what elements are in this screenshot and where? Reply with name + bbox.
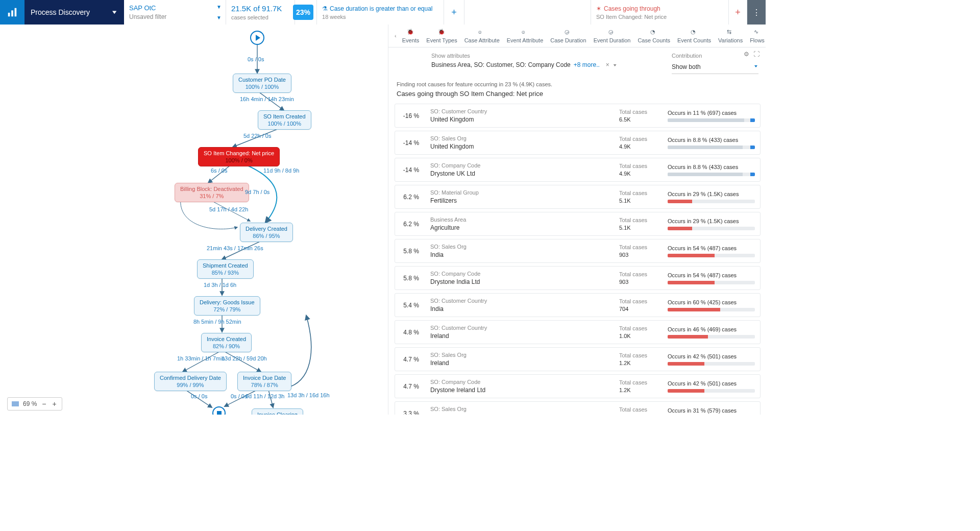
rc-pct: 4.8 %: [397, 329, 425, 336]
rc-total-value: 5.1K: [619, 198, 663, 204]
root-cause-row[interactable]: 4.7 %SO: Sales OrgIrelandTotal cases1.2K…: [395, 347, 761, 371]
edge-label: 5d 17h / 4d 22h: [209, 206, 248, 212]
node-invoice-clearing[interactable]: Invoice Clearing: [252, 408, 303, 415]
rc-total-value: 6.5K: [619, 116, 663, 123]
expand-icon[interactable]: ⛶: [753, 51, 760, 58]
rc-attr: SO: Customer Country: [430, 108, 614, 114]
settings-icon[interactable]: ⚙: [744, 51, 749, 58]
rc-occurrence: Occurs in 31 % (579) cases: [668, 407, 755, 414]
node-customer-po[interactable]: Customer PO Date100% / 100%: [233, 74, 291, 93]
rc-pct: 3.3 %: [397, 410, 425, 415]
root-cause-row[interactable]: 5.8 %SO: Company CodeDrystone India LtdT…: [395, 266, 761, 290]
rc-pct: 5.8 %: [397, 248, 425, 255]
edge-label: 5d 22h / 0s: [243, 133, 271, 139]
root-cause-row[interactable]: 4.7 %SO: Company CodeDrystone Ireland Lt…: [395, 374, 761, 398]
selection-chip[interactable]: ✶Cases going through SO Item Changed: Ne…: [591, 0, 729, 25]
rc-attr: SO: Sales Org: [430, 244, 614, 250]
tab-variations[interactable]: ⇆Variations: [715, 25, 746, 47]
rc-bar: [668, 254, 755, 257]
zoom-in-button[interactable]: +: [52, 400, 58, 408]
root-cause-row[interactable]: 5.8 %SO: Sales OrgIndiaTotal cases903Occ…: [395, 239, 761, 263]
case-attr-icon: ⌾: [478, 29, 485, 36]
rc-value: United Kingdom: [430, 116, 614, 123]
rc-value: Drystone Ireland Ltd: [430, 387, 614, 394]
contrib-selector[interactable]: Show both ▼: [672, 61, 758, 74]
node-shipment-created[interactable]: Shipment Created85% / 93%: [197, 259, 254, 279]
rc-total-value: 1.2K: [619, 387, 663, 393]
rc-bar: [668, 362, 755, 366]
rc-bar: [668, 173, 755, 176]
clear-attr-icon[interactable]: ×: [606, 61, 609, 68]
add-selection-button[interactable]: +: [729, 0, 747, 25]
rc-feature-name: Cases going through SO Item Changed: Net…: [397, 90, 757, 98]
rc-occurrence: Occurs in 60 % (425) cases: [668, 299, 755, 305]
rc-occurrence: Occurs in 29 % (1.5K) cases: [668, 218, 755, 224]
edge-label: 9d 11h / 12d 3h: [246, 393, 284, 399]
root-cause-row[interactable]: 4.8 %SO: Customer CountryIrelandTotal ca…: [395, 320, 761, 344]
rc-summary-line: Finding root causes for feature occurrin…: [397, 81, 757, 87]
attr-selector[interactable]: Business Area, SO: Customer, SO: Company…: [431, 61, 651, 68]
edge-label: 1h 33min / 1h 7min: [177, 355, 225, 361]
counts-icon: ◔: [691, 29, 698, 36]
rc-value: Drystone UK Ltd: [430, 170, 614, 177]
edge-label: 21min 43s / 17min 26s: [207, 245, 263, 251]
root-cause-row[interactable]: 5.4 %SO: Customer CountryIndiaTotal case…: [395, 293, 761, 317]
rc-total-label: Total cases: [619, 190, 663, 196]
rc-occurrence: Occurs in 54 % (487) cases: [668, 245, 755, 251]
rc-value: Drystone India Ltd: [430, 278, 614, 285]
dataset-selector[interactable]: SAP OtC Unsaved filter ▼ ▼: [124, 0, 226, 25]
tab-case-counts[interactable]: ◔Case Counts: [634, 25, 674, 47]
tab-event-duration[interactable]: ◶Event Duration: [590, 25, 634, 47]
rc-occurrence: Occurs in 29 % (1.5K) cases: [668, 191, 755, 197]
rc-pct: -16 %: [397, 112, 425, 119]
rc-total-label: Total cases: [619, 352, 663, 358]
tab-event-counts[interactable]: ◔Event Counts: [674, 25, 715, 47]
zoom-out-button[interactable]: −: [41, 400, 47, 408]
rc-occurrence: Occurs in 54 % (487) cases: [668, 272, 755, 278]
node-invoice-due-date[interactable]: Invoice Due Date78% / 87%: [237, 372, 291, 391]
node-invoice-created[interactable]: Invoice Created82% / 90%: [201, 333, 252, 352]
root-cause-row[interactable]: -14 %SO: Company CodeDrystone UK LtdTota…: [395, 158, 761, 182]
spacer: [464, 0, 591, 25]
tab-event-attribute[interactable]: ⌾Event Attribute: [503, 25, 547, 47]
root-cause-row[interactable]: -16 %SO: Customer CountryUnited KingdomT…: [395, 104, 761, 128]
rc-value: United Kingdom: [430, 143, 614, 150]
node-so-item-created[interactable]: SO Item Created100% / 100%: [258, 110, 311, 130]
rc-attr: SO: Company Code: [430, 379, 614, 385]
tab-flows[interactable]: ∿Flows: [746, 25, 766, 47]
filter-chip-duration[interactable]: ⚗Case duration is greater than or equal …: [316, 0, 444, 25]
rc-total-label: Total cases: [619, 325, 663, 331]
root-cause-row[interactable]: -14 %SO: Sales OrgUnited KingdomTotal ca…: [395, 131, 761, 155]
add-filter-button[interactable]: +: [444, 0, 464, 25]
duration-icon: ◶: [565, 29, 572, 36]
root-cause-row[interactable]: 6.2 %Business AreaAgricultureTotal cases…: [395, 212, 761, 236]
tabs-scroll-left[interactable]: ‹: [393, 33, 399, 39]
edge-label: 16h 4min / 14h 23min: [240, 96, 294, 102]
process-canvas[interactable]: 0s / 0s Customer PO Date100% / 100% 16h …: [0, 25, 388, 415]
rc-total-label: Total cases: [619, 109, 663, 115]
start-node[interactable]: [250, 31, 264, 45]
svg-rect-1: [11, 10, 13, 16]
tab-case-duration[interactable]: ◶Case Duration: [547, 25, 590, 47]
rc-value: Ireland: [430, 332, 614, 340]
page-title-dropdown[interactable]: Process Discovery ▼: [24, 0, 124, 25]
root-cause-row[interactable]: 6.2 %SO: Material GroupFertilizersTotal …: [395, 185, 761, 209]
root-causes-list[interactable]: -16 %SO: Customer CountryUnited KingdomT…: [388, 104, 766, 415]
more-menu-button[interactable]: ⋮: [747, 0, 766, 25]
node-delivery-created[interactable]: Delivery Created86% / 95%: [240, 223, 293, 242]
tab-event-types[interactable]: 🐞Event Types: [423, 25, 460, 47]
tab-case-attribute[interactable]: ⌾Case Attribute: [461, 25, 503, 47]
edge-label: 11d 9h / 8d 9h: [263, 167, 299, 174]
tab-events[interactable]: 🐞Events: [399, 25, 423, 47]
node-confirmed-delivery-date[interactable]: Confirmed Delivery Date99% / 99%: [154, 372, 227, 391]
brand-logo[interactable]: [0, 0, 24, 25]
rc-pct: 4.7 %: [397, 356, 425, 363]
root-cause-row[interactable]: 3.3 %SO: Sales OrgItalyTotal cases1.8KOc…: [395, 401, 761, 415]
rc-bar: [668, 227, 755, 230]
node-so-item-changed-net-price[interactable]: SO Item Changed: Net price100% / 0%: [198, 147, 280, 166]
node-delivery-goods-issue[interactable]: Delivery: Goods Issue72% / 79%: [194, 296, 260, 316]
node-billing-block-deactivated[interactable]: Billing Block: Deactivated31% / 7%: [175, 183, 249, 202]
edge-label: 9d 7h / 0s: [245, 189, 270, 195]
rc-value: Italy: [430, 414, 614, 415]
event-attr-icon: ⌾: [522, 29, 529, 36]
